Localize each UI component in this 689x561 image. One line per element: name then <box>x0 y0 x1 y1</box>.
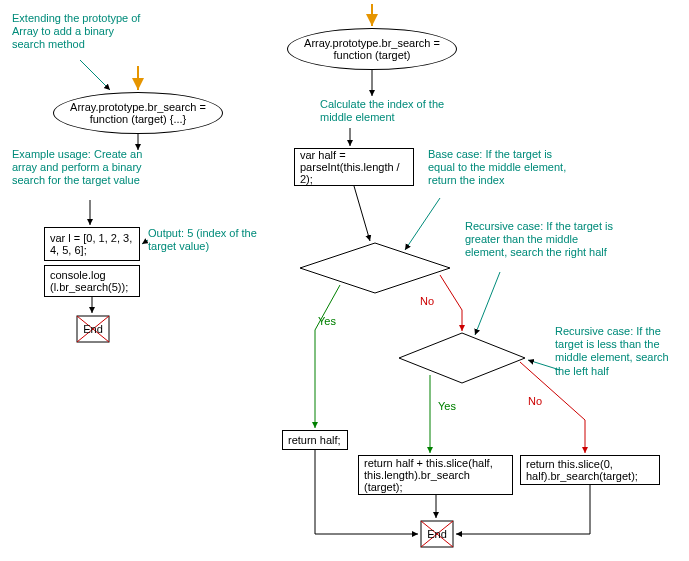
annotation-recursive-left: Recursive case: If the target is less th… <box>555 325 685 378</box>
annotation-output: Output: 5 (index of the target value) <box>148 227 258 253</box>
ellipse-function-def-left-text: Array.prototype.br_search = function (ta… <box>62 101 214 125</box>
annotation-calc-middle: Calculate the index of the middle elemen… <box>320 98 455 124</box>
label-no-1: No <box>420 295 434 307</box>
code-return-left-slice: return this.slice(0, half).br_search(tar… <box>520 455 660 485</box>
svg-line-9 <box>80 60 110 90</box>
code-console-log: console.log (l.br_search(5)); <box>44 265 140 297</box>
annotation-example-usage: Example usage: Create an array and perfo… <box>12 148 157 188</box>
code-return-half: return half; <box>282 430 348 450</box>
svg-line-18 <box>405 198 440 250</box>
code-var-half-text: var half = parseInt(this.length / 2); <box>300 149 408 185</box>
code-return-half-text: return half; <box>288 434 341 446</box>
svg-line-19 <box>475 272 500 335</box>
code-array-literal: var l = [0, 1, 2, 3, 4, 5, 6]; <box>44 227 140 261</box>
code-return-left-slice-text: return this.slice(0, half).br_search(tar… <box>526 458 654 482</box>
code-return-right-slice-text: return half + this.slice(half, this.leng… <box>364 457 507 493</box>
code-console-log-text: console.log (l.br_search(5)); <box>50 269 134 293</box>
diamond-target-equals-text: target === this[half] ? <box>307 262 443 274</box>
end-left-text: End <box>83 323 103 335</box>
annotation-base-case: Base case: If the target is equal to the… <box>428 148 568 188</box>
label-no-2: No <box>528 395 542 407</box>
svg-line-17 <box>354 186 370 241</box>
ellipse-function-def-left: Array.prototype.br_search = function (ta… <box>53 92 223 134</box>
code-return-right-slice: return half + this.slice(half, this.leng… <box>358 455 513 495</box>
label-yes-2: Yes <box>438 400 456 412</box>
annotation-extend-prototype: Extending the prototype of Array to add … <box>12 12 147 52</box>
annotation-recursive-right: Recursive case: If the target is greater… <box>465 220 615 260</box>
end-right-text: End <box>427 528 447 540</box>
diamond-target-greater-text: target > this[half] ? <box>404 352 520 364</box>
ellipse-function-def-right-text: Array.prototype.br_search = function (ta… <box>296 37 448 61</box>
code-array-literal-text: var l = [0, 1, 2, 3, 4, 5, 6]; <box>50 232 134 256</box>
label-yes-1: Yes <box>318 315 336 327</box>
code-var-half: var half = parseInt(this.length / 2); <box>294 148 414 186</box>
ellipse-function-def-right: Array.prototype.br_search = function (ta… <box>287 28 457 70</box>
end-right: End <box>420 520 454 550</box>
end-left: End <box>76 315 110 345</box>
